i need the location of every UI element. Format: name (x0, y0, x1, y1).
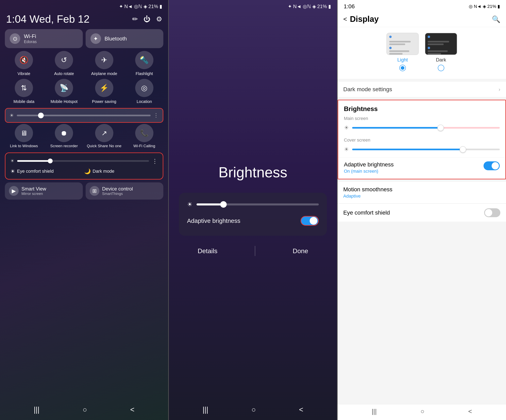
screen-recorder-label: Screen recorder (50, 144, 78, 149)
wifi-calling-label: Wi-Fi Calling (133, 144, 155, 149)
settings-icon[interactable]: ⚙ (156, 15, 162, 23)
adaptive-brightness-row-p3: Adaptive brightness On (main screen) (338, 157, 505, 179)
mobiledata-label: Mobile data (13, 99, 34, 104)
nav-recents-2[interactable]: ||| (203, 406, 208, 414)
status-bar-1: ✦ N◄ ◎ℕ ◈ 21% ▮ (0, 0, 168, 11)
back-button[interactable]: < (343, 15, 347, 23)
brightness-section: Brightness Main screen ☀ Cover screen ☀ (338, 100, 506, 179)
panel2-slider-row: ☀ (187, 201, 319, 208)
brightness-title: Brightness (218, 164, 287, 181)
main-screen-label: Main screen (338, 114, 505, 122)
powersaving-label: Power saving (92, 99, 116, 104)
device-control-tile[interactable]: ⊞ Device control SmartThings (86, 182, 164, 200)
mobiledata-tile[interactable]: ⇅ Mobile data (5, 79, 43, 104)
wifi-calling-tile[interactable]: 📞 Wi-Fi Calling (125, 124, 163, 149)
status-icons-1: ✦ N◄ ◎ℕ ◈ 21% ▮ (119, 4, 162, 9)
brightness-card: ☀ Adaptive brightness (179, 193, 327, 236)
dark-mode-settings-link[interactable]: Dark mode settings › (338, 82, 506, 97)
cover-brightness-thumb (460, 146, 466, 153)
brightness-min-icon: ☀ (9, 113, 14, 118)
bluetooth-icon: ✦ (90, 33, 101, 44)
power-icon[interactable]: ⏻ (144, 15, 150, 23)
panel1-time: 1:04 Wed, Feb 12 (6, 13, 89, 25)
hotspot-tile[interactable]: 📡 Mobile Hotspot (45, 79, 83, 104)
airplane-tile[interactable]: ✈ Airplane mode (85, 51, 123, 76)
eye-comfort-label: Eye comfort shield (17, 169, 54, 174)
small-tiles-row1: 🔇 Vibrate ↺ Auto rotate ✈ Airplane mode … (0, 51, 168, 79)
vibrate-icon: 🔇 (15, 51, 33, 69)
comfort-brightness-row: ☀ ⋮ (10, 157, 158, 165)
mobiledata-icon: ⇅ (15, 79, 33, 97)
smart-view-sub: Mirror screen (21, 192, 46, 196)
cover-screen-slider: ☀ (338, 144, 505, 157)
dark-theme-option[interactable]: Dark (425, 33, 457, 71)
eye-comfort-toggle[interactable] (484, 208, 500, 217)
quick-share-tile[interactable]: ↗ Quick Share No one (85, 124, 123, 149)
brightness-thumb-1 (38, 113, 44, 118)
toggle-knob-2 (310, 217, 317, 225)
panel1-header: 1:04 Wed, Feb 12 ✏ ⏻ ⚙ (0, 11, 168, 29)
bluetooth-tile[interactable]: ✦ Bluetooth (86, 29, 164, 48)
adaptive-brightness-label: Adaptive brightness (187, 217, 240, 224)
comfort-bar: ☀ ⋮ ☀ Eye comfort shield 🌙 Dark mode (5, 152, 163, 180)
light-radio[interactable] (399, 65, 406, 71)
comfort-more-icon[interactable]: ⋮ (152, 157, 158, 165)
light-theme-option[interactable]: Light (386, 33, 419, 71)
nav-back-3[interactable]: < (468, 408, 472, 415)
powersaving-icon: ⚡ (95, 79, 113, 97)
nav-home-2[interactable]: ○ (251, 406, 256, 414)
main-brightness-track[interactable] (352, 127, 500, 129)
smart-view-icon: ▶ (9, 186, 19, 196)
eye-comfort-item[interactable]: ☀ Eye comfort shield (10, 168, 84, 174)
nav-back-1[interactable]: < (130, 406, 134, 414)
smart-view-tile[interactable]: ▶ Smart View Mirror screen (5, 182, 83, 200)
panel2-slider-fill (197, 203, 223, 206)
screen-recorder-tile[interactable]: ⏺ Screen recorder (45, 124, 83, 149)
more-options-icon[interactable]: ⋮ (153, 112, 159, 118)
adaptive-brightness-row: Adaptive brightness (187, 216, 319, 226)
main-screen-slider: ☀ (338, 122, 505, 136)
cover-screen-label: Cover screen (338, 136, 505, 144)
autorotate-tile[interactable]: ↺ Auto rotate (45, 51, 83, 76)
dark-mode-icon: 🌙 (84, 168, 91, 174)
powersaving-tile[interactable]: ⚡ Power saving (85, 79, 123, 104)
device-control-icon: ⊞ (90, 186, 99, 196)
link-windows-tile[interactable]: 🖥 Link to Windows (5, 124, 43, 149)
search-icon[interactable]: 🔍 (492, 15, 500, 23)
brightness-strip[interactable]: ☀ ⋮ (5, 108, 163, 123)
details-button[interactable]: Details (198, 247, 217, 255)
brightness-panel: ✦ N◄ ◎ℕ ◈ 21% ▮ Brightness ☀ Adaptive br… (169, 0, 337, 420)
dark-mode-item[interactable]: 🌙 Dark mode (84, 168, 158, 174)
dark-theme-label: Dark (436, 57, 446, 63)
nav-recents-1[interactable]: ||| (34, 406, 40, 414)
done-button[interactable]: Done (293, 247, 308, 255)
dark-radio[interactable] (438, 65, 444, 71)
panel2-slider-track[interactable] (197, 203, 319, 206)
panel3-header: < Display 🔍 (338, 11, 506, 27)
comfort-brightness-track[interactable] (17, 160, 149, 162)
adaptive-brightness-toggle[interactable] (300, 216, 319, 226)
location-tile[interactable]: ◎ Location (125, 79, 163, 104)
motion-smoothness-section[interactable]: Motion smoothness Adaptive (338, 182, 506, 203)
main-sun-icon: ☀ (344, 124, 349, 131)
vibrate-tile[interactable]: 🔇 Vibrate (5, 51, 43, 76)
nav-home-1[interactable]: ○ (83, 406, 87, 414)
status-icons-2: ✦ N◄ ◎ℕ ◈ 21% ▮ (288, 4, 331, 9)
nav-home-3[interactable]: ○ (420, 408, 424, 415)
eye-comfort-knob (485, 209, 492, 216)
nav-recents-3[interactable]: ||| (372, 408, 377, 415)
smart-view-label: Smart View (21, 186, 46, 192)
quick-share-icon: ↗ (95, 124, 113, 142)
edit-icon[interactable]: ✏ (132, 15, 138, 23)
nav-back-2[interactable]: < (299, 406, 303, 414)
brightness-track-1[interactable] (17, 115, 151, 116)
cover-brightness-track[interactable] (352, 149, 500, 150)
chevron-right-icon: › (499, 86, 500, 93)
flashlight-tile[interactable]: 🔦 Flashlight (125, 51, 163, 76)
main-brightness-thumb (437, 125, 444, 131)
wifi-tile[interactable]: ⊙ Wi-Fi Edoras (5, 29, 83, 48)
sun-icon-small: ☀ (10, 158, 14, 164)
status-bar-3: 1:06 ◎ N◄ ◈ 21% ▮ (338, 0, 506, 11)
dark-mode-label: Dark mode (93, 169, 114, 174)
adaptive-brightness-toggle-p3[interactable] (484, 161, 500, 170)
